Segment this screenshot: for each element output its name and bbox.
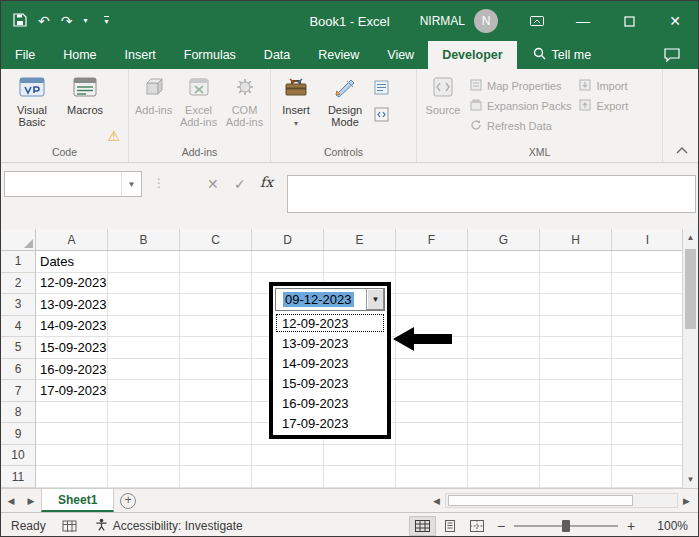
cell-col-f[interactable] [396,466,468,488]
combobox-value[interactable]: 09-12-2023 [276,289,366,310]
tab-formulas[interactable]: Formulas [170,41,250,69]
cell-col-i[interactable] [612,316,684,338]
refresh-data-button[interactable]: Refresh Data [470,119,571,133]
cell-col-b[interactable] [108,445,180,467]
formula-input[interactable] [287,175,696,213]
cell-col-c[interactable] [180,380,252,402]
zoom-slider[interactable] [514,519,618,533]
cell-col-g[interactable] [468,273,540,295]
row-header[interactable]: 7 [1,380,36,402]
cell-col-e[interactable] [324,445,396,467]
macro-record-icon[interactable] [62,520,77,532]
page-layout-view-icon[interactable] [436,516,463,536]
row-header[interactable]: 11 [1,466,36,488]
cell-col-c[interactable] [180,251,252,273]
cell-col-i[interactable] [612,273,684,295]
cell-col-c[interactable] [180,445,252,467]
cancel-formula-icon[interactable]: ✕ [207,176,219,192]
close-button[interactable]: ✕ [652,1,698,41]
cell-col-h[interactable] [540,294,612,316]
cell-col-g[interactable] [468,423,540,445]
sheet-next-icon[interactable]: ▶ [21,489,41,512]
vertical-scrollbar[interactable]: ▲ ▼ [682,229,698,488]
redo-icon[interactable]: ↷ [61,14,73,28]
combobox-dropdown-icon[interactable]: ▼ [366,289,384,310]
maximize-button[interactable] [606,1,652,41]
cell-col-i[interactable] [612,380,684,402]
properties-icon[interactable] [374,80,389,99]
cell-col-c[interactable] [180,423,252,445]
tab-home[interactable]: Home [49,41,110,69]
cell-col-h[interactable] [540,251,612,273]
ribbon-display-options-icon[interactable] [514,1,560,41]
cell-col-g[interactable] [468,316,540,338]
macros-button[interactable]: Macros [60,72,110,145]
cell-col-c[interactable] [180,316,252,338]
cell-col-h[interactable] [540,337,612,359]
horizontal-scrollbar[interactable]: ◀ ▶ [428,489,698,512]
account-name[interactable]: NIRMAL [420,14,465,28]
design-mode-button[interactable]: Design Mode [318,72,372,145]
sheet-tab-sheet1[interactable]: Sheet1 [41,489,114,512]
cell-col-a[interactable] [36,466,108,488]
cell-col-g[interactable] [468,380,540,402]
name-box[interactable]: ▼ [4,171,142,197]
column-header[interactable]: G [468,229,540,250]
cell-col-b[interactable] [108,423,180,445]
horizontal-scroll-track[interactable] [445,493,678,508]
cell-col-d[interactable] [252,251,324,273]
cell-col-a[interactable]: 13-09-2023 [36,294,108,316]
tab-insert[interactable]: Insert [111,41,170,69]
cell-col-d[interactable] [252,445,324,467]
zoom-level[interactable]: 100% [642,519,688,533]
cell-col-a[interactable]: 14-09-2023 [36,316,108,338]
cell-col-b[interactable] [108,359,180,381]
row-header[interactable]: 4 [1,316,36,338]
customize-qat-icon[interactable]: ▾ [104,16,108,26]
cell-col-h[interactable] [540,359,612,381]
row-header[interactable]: 10 [1,445,36,467]
tab-review[interactable]: Review [304,41,373,69]
combobox-list-item[interactable]: 17-09-2023 [275,413,385,433]
cell-col-b[interactable] [108,316,180,338]
combobox-list-item[interactable]: 13-09-2023 [275,333,385,353]
zoom-slider-thumb[interactable] [562,520,570,532]
column-header[interactable]: C [180,229,252,250]
cell-col-f[interactable] [396,294,468,316]
enter-formula-icon[interactable]: ✓ [234,176,246,192]
cell-col-h[interactable] [540,316,612,338]
cell-col-i[interactable] [612,251,684,273]
cell-col-i[interactable] [612,445,684,467]
combobox-list-item[interactable]: 14-09-2023 [275,353,385,373]
addins-button[interactable]: Add-ins [132,72,175,145]
cell-col-i[interactable] [612,294,684,316]
cell-col-b[interactable] [108,273,180,295]
collapse-ribbon-icon[interactable] [676,140,688,158]
column-header[interactable]: B [108,229,180,250]
minimize-button[interactable]: — [560,1,606,41]
tab-view[interactable]: View [373,41,428,69]
cell-col-g[interactable] [468,294,540,316]
combobox-list-item[interactable]: 15-09-2023 [275,373,385,393]
cell-col-c[interactable] [180,337,252,359]
sheet-prev-icon[interactable]: ◀ [1,489,21,512]
cell-col-a[interactable] [36,445,108,467]
cell-col-g[interactable] [468,402,540,424]
cell-col-h[interactable] [540,466,612,488]
scroll-up-icon[interactable]: ▲ [683,229,698,246]
cell-col-g[interactable] [468,466,540,488]
cell-col-c[interactable] [180,466,252,488]
name-box-dropdown-icon[interactable]: ▼ [121,172,141,196]
select-all-corner[interactable] [1,229,36,250]
cell-col-a[interactable]: 15-09-2023 [36,337,108,359]
cell-col-i[interactable] [612,423,684,445]
cell-col-a[interactable]: 17-09-2023 [36,380,108,402]
cell-col-a[interactable]: Dates [36,251,108,273]
save-icon[interactable] [13,13,27,29]
cell-col-b[interactable] [108,251,180,273]
row-header[interactable]: 8 [1,402,36,424]
macro-security-warning-icon[interactable]: ⚠ [107,128,120,144]
combobox-list-item[interactable]: 12-09-2023 [275,313,385,333]
column-header[interactable]: I [612,229,684,250]
excel-addins-button[interactable]: Excel Add-ins [175,72,222,145]
